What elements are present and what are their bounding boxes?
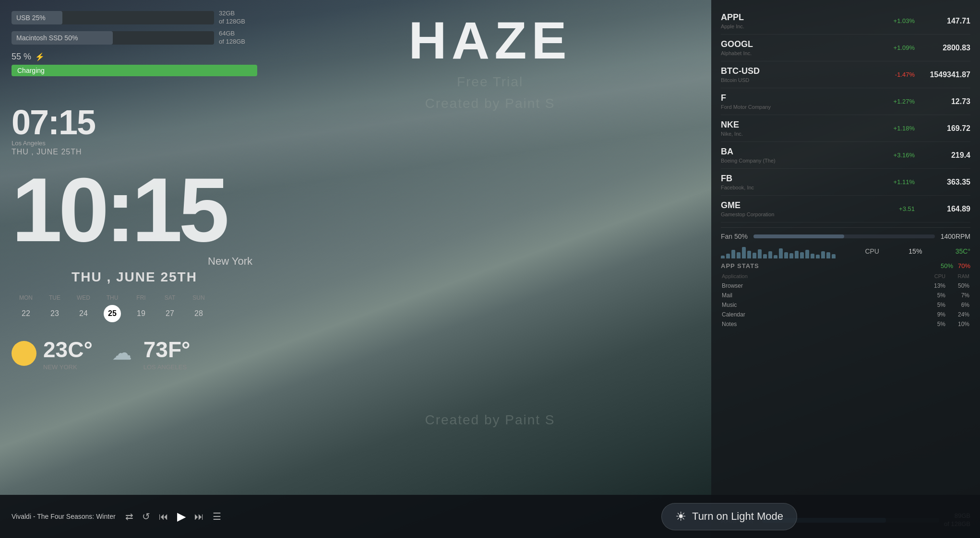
cal-date-22: 22 <box>12 305 40 322</box>
cpu-bar-item <box>758 249 762 259</box>
left-panel: USB 25% 32GB of 128GB Macintosh SSD 50% … <box>0 0 269 538</box>
cpu-bar-item <box>805 250 809 258</box>
app-stats-table: Application CPU RAM Browser 13% 50% Mail… <box>721 273 970 329</box>
battery-section: 55 % ⚡ Charging <box>12 52 257 76</box>
stats-ram-value: 70% <box>958 262 970 269</box>
center-area: HAZE Free Trial Created by Paint S Creat… <box>269 0 711 538</box>
clock-la: 07:15 Los Angeles THU , JUNE 25TH <box>12 105 257 156</box>
weather-city-ny: NEW YORK <box>43 363 93 371</box>
col-application: Application <box>722 273 921 279</box>
fan-row: Fan 50% 1400RPM <box>721 233 970 240</box>
fan-rpm: 1400RPM <box>941 233 970 240</box>
music-controls: ⇄ ↺ ⏮ ▶ ⏭ ☰ <box>125 510 221 523</box>
repeat-button[interactable]: ↺ <box>142 511 150 522</box>
app-stats-title: APP STATS <box>721 262 759 269</box>
clock-ny: 10:15 New York THU , JUNE 25TH <box>12 164 257 285</box>
shuffle-button[interactable]: ⇄ <box>125 511 133 522</box>
cal-wed: WED <box>69 294 98 301</box>
stock-appl: APPL Apple Inc. +1.03% 147.71 <box>721 8 970 35</box>
cpu-bar-item <box>731 250 735 258</box>
cpu-bar-item <box>826 252 830 259</box>
app-stats-values: 50% 70% <box>941 262 970 269</box>
stock-fb: FB Facebook, Inc +1.11% 363.35 <box>721 169 970 196</box>
cal-date-28: 28 <box>184 305 213 322</box>
cal-date-24: 24 <box>69 305 98 322</box>
cal-date-27: 27 <box>155 305 184 322</box>
cpu-bar-item <box>763 254 767 258</box>
cal-mon: MON <box>12 294 40 301</box>
cloud-icon <box>112 341 137 366</box>
cpu-bar-item <box>779 248 783 258</box>
cal-date-today: 25 <box>104 305 121 322</box>
sun-mode-icon: ☀ <box>675 509 686 524</box>
app-stats-header: APP STATS 50% 70% <box>721 262 970 269</box>
usb-info: 32GB of 128GB <box>219 10 257 26</box>
app-title: HAZE <box>408 10 571 70</box>
cpu-bar-item <box>726 254 730 259</box>
temp-f: 73F° <box>143 337 191 363</box>
cpu-bar-item <box>721 256 725 258</box>
stock-btc: BTC-USD Bitcoin USD -1.47% 1549341.87 <box>721 61 970 88</box>
cal-sat: SAT <box>155 294 184 301</box>
weather-ny: 23C° NEW YORK <box>12 337 93 371</box>
cpu-row: CPU 15% 35C° <box>721 244 970 258</box>
watermark-free-trial: Free Trial <box>457 74 523 90</box>
usb-storage-item: USB 25% 32GB of 128GB <box>12 10 257 26</box>
usb-label: USB 25% <box>16 14 46 22</box>
stats-cpu-value: 50% <box>941 262 953 269</box>
charging-badge: Charging <box>12 65 257 76</box>
cpu-bar-item <box>774 255 777 259</box>
next-button[interactable]: ⏭ <box>194 511 204 522</box>
light-mode-button[interactable]: ☀ Turn on Light Mode <box>661 503 797 530</box>
cpu-bar-item <box>742 247 746 258</box>
weather-city-la: LOS ANGELES <box>143 363 191 371</box>
right-panel: APPL Apple Inc. +1.03% 147.71 GOOGL Alph… <box>711 0 980 538</box>
mac-label: Macintosh SSD 50% <box>16 34 78 42</box>
cpu-bars <box>721 244 836 258</box>
stock-f: F Ford Motor Company +1.27% 12.73 <box>721 88 970 115</box>
play-button[interactable]: ▶ <box>177 510 186 523</box>
cal-thu: THU <box>98 294 127 301</box>
app-row-music: Music 5% 6% <box>721 300 970 310</box>
cpu-bar-item <box>795 251 799 259</box>
cpu-bar-item <box>800 252 804 258</box>
cpu-bar-item <box>747 251 751 259</box>
mac-bar-container: Macintosh SSD 50% <box>12 31 214 45</box>
cpu-bar-item <box>832 254 836 258</box>
bottom-bar: Vivaldi - The Four Seasons: Winter ⇄ ↺ ⏮… <box>0 495 980 538</box>
prev-button[interactable]: ⏮ <box>159 511 168 522</box>
cpu-bar-item <box>737 252 741 259</box>
music-section: Vivaldi - The Four Seasons: Winter ⇄ ↺ ⏮… <box>12 510 490 523</box>
storage-section: USB 25% 32GB of 128GB Macintosh SSD 50% … <box>12 10 257 46</box>
weather-section: 23C° NEW YORK 73F° LOS ANGELES <box>12 337 257 371</box>
cpu-bar-item <box>753 253 756 258</box>
cpu-percent: 15% <box>908 247 922 255</box>
clock-section: 07:15 Los Angeles THU , JUNE 25TH 10:15 … <box>12 105 257 371</box>
watermark-3: Created by Paint S <box>425 412 555 428</box>
date-ny: THU , JUNE 25TH <box>12 269 257 285</box>
weather-la: 73F° LOS ANGELES <box>112 337 191 371</box>
stock-gme: GME Gamestop Corporation +3.51 164.89 <box>721 196 970 222</box>
playlist-button[interactable]: ☰ <box>213 511 221 522</box>
app-row-notes: Notes 5% 10% <box>721 319 970 329</box>
light-mode-label: Turn on Light Mode <box>692 510 783 523</box>
cal-fri: FRI <box>127 294 155 301</box>
cal-tue: TUE <box>40 294 69 301</box>
app-row-browser: Browser 13% 50% <box>721 281 970 291</box>
usb-bar-container: USB 25% <box>12 11 214 24</box>
temp-c: 23C° <box>43 337 93 363</box>
music-title: Vivaldi - The Four Seasons: Winter <box>12 513 116 520</box>
stocks-list: APPL Apple Inc. +1.03% 147.71 GOOGL Alph… <box>721 8 970 222</box>
col-ram: RAM <box>945 273 969 279</box>
fan-bar <box>753 234 935 238</box>
cal-date-19: 19 <box>127 305 155 322</box>
cal-sun: SUN <box>184 294 213 301</box>
cpu-label: CPU <box>865 247 879 255</box>
calendar-header: MON TUE WED THU FRI SAT SUN <box>12 294 257 301</box>
date-la: THU , JUNE 25TH <box>12 148 95 156</box>
app-row-mail: Mail 5% 7% <box>721 291 970 300</box>
lightning-icon: ⚡ <box>35 52 45 61</box>
time-la: 07:15 <box>12 105 95 140</box>
cpu-bar-item <box>784 252 788 259</box>
cal-date-23: 23 <box>40 305 69 322</box>
